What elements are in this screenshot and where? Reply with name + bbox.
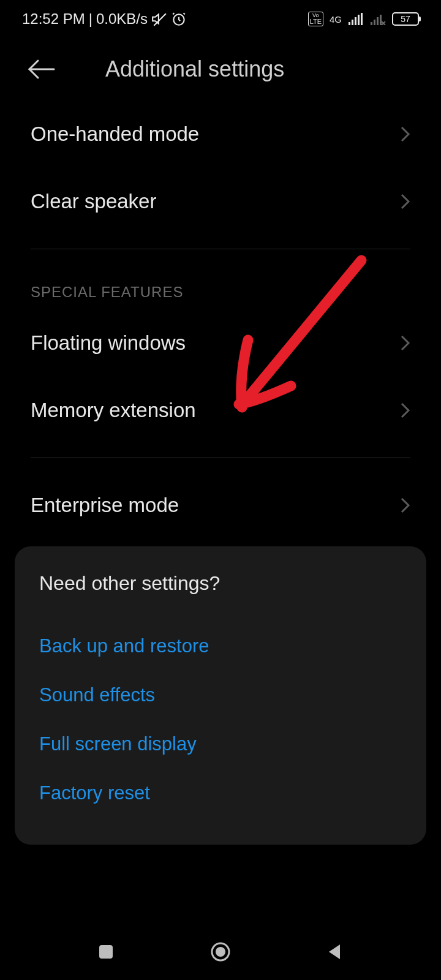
row-label: Floating windows xyxy=(31,331,186,355)
link-sound-effects[interactable]: Sound effects xyxy=(39,671,402,720)
back-icon[interactable] xyxy=(27,58,56,80)
svg-rect-9 xyxy=(377,17,379,25)
row-label: Clear speaker xyxy=(31,190,156,213)
divider xyxy=(31,458,410,458)
back-button[interactable] xyxy=(322,938,349,965)
row-label: Enterprise mode xyxy=(31,494,179,517)
section-special-features: SPECIAL FEATURES xyxy=(0,263,441,309)
signal-secondary-icon xyxy=(370,13,386,25)
status-left: 12:52 PM | 0.0KB/s xyxy=(22,10,187,28)
svg-line-0 xyxy=(154,13,166,26)
chevron-right-icon xyxy=(401,194,410,209)
page-header: Additional settings xyxy=(0,38,441,100)
svg-rect-3 xyxy=(352,20,353,25)
home-button[interactable] xyxy=(207,938,234,965)
svg-rect-8 xyxy=(374,20,375,25)
volte-icon: VoLTE xyxy=(308,12,323,26)
status-time: 12:52 PM xyxy=(22,10,85,28)
svg-rect-4 xyxy=(355,17,356,25)
status-separator: | xyxy=(89,10,92,28)
divider xyxy=(31,249,410,249)
status-right: VoLTE 4G 57 xyxy=(308,12,419,26)
alarm-icon xyxy=(171,11,187,27)
status-bar: 12:52 PM | 0.0KB/s VoLTE 4G xyxy=(0,0,441,38)
svg-rect-6 xyxy=(361,13,363,25)
network-label: 4G xyxy=(330,14,342,24)
chevron-right-icon xyxy=(401,402,410,418)
page-title: Additional settings xyxy=(105,56,419,82)
row-one-handed-mode[interactable]: One-handed mode xyxy=(0,100,441,168)
chevron-right-icon xyxy=(401,126,410,142)
row-clear-speaker[interactable]: Clear speaker xyxy=(0,168,441,235)
svg-rect-7 xyxy=(371,22,372,25)
svg-marker-15 xyxy=(329,944,340,959)
chevron-right-icon xyxy=(401,335,410,351)
svg-point-14 xyxy=(216,947,225,957)
link-backup-restore[interactable]: Back up and restore xyxy=(39,622,402,671)
battery-icon: 57 xyxy=(392,12,419,26)
chevron-right-icon xyxy=(401,497,410,513)
row-enterprise-mode[interactable]: Enterprise mode xyxy=(0,472,441,539)
svg-rect-12 xyxy=(99,945,113,959)
svg-rect-10 xyxy=(380,15,382,25)
svg-rect-2 xyxy=(349,22,350,25)
svg-rect-5 xyxy=(358,15,360,25)
status-netspeed: 0.0KB/s xyxy=(96,10,148,28)
signal-icon xyxy=(348,13,364,25)
recents-button[interactable] xyxy=(92,938,119,965)
row-label: Memory extension xyxy=(31,399,196,422)
suggestions-card: Need other settings? Back up and restore… xyxy=(15,546,426,845)
row-label: One-handed mode xyxy=(31,123,199,146)
link-full-screen-display[interactable]: Full screen display xyxy=(39,720,402,769)
row-floating-windows[interactable]: Floating windows xyxy=(0,309,441,377)
system-nav-bar xyxy=(0,924,441,980)
link-factory-reset[interactable]: Factory reset xyxy=(39,769,402,818)
mute-icon xyxy=(151,11,167,27)
card-title: Need other settings? xyxy=(39,572,402,595)
row-memory-extension[interactable]: Memory extension xyxy=(0,377,441,444)
